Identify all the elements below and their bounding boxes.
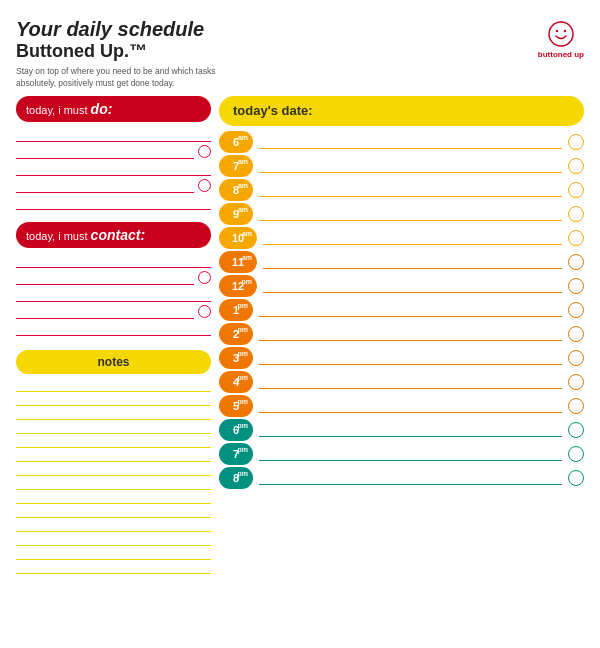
svg-point-0 xyxy=(549,22,573,46)
notes-button[interactable]: notes xyxy=(16,350,211,374)
time-bubble-4pm: 4pm xyxy=(219,371,253,393)
check-8pm[interactable] xyxy=(568,470,584,486)
line-1pm xyxy=(259,303,562,317)
check-10am[interactable] xyxy=(568,230,584,246)
time-row-7am: 7am xyxy=(219,155,584,177)
notes-line-3 xyxy=(16,406,211,420)
title-daily: daily schedule xyxy=(66,18,204,40)
notes-line-14 xyxy=(16,560,211,574)
check-5pm[interactable] xyxy=(568,398,584,414)
title-your: Your xyxy=(16,18,66,40)
time-bubble-2pm: 2pm xyxy=(219,323,253,345)
contact-lines xyxy=(16,254,211,336)
check-3pm[interactable] xyxy=(568,350,584,366)
line-3pm xyxy=(259,351,562,365)
header: Your daily schedule Buttoned Up.™ Stay o… xyxy=(16,18,584,90)
date-row: today's date: xyxy=(219,96,584,126)
time-row-7pm: 7pm xyxy=(219,443,584,465)
right-panel: today's date: 6am 7am 8am 9am xyxy=(219,96,584,574)
title-block: Your daily schedule Buttoned Up.™ Stay o… xyxy=(16,18,226,90)
notes-line-4 xyxy=(16,420,211,434)
time-bubble-5pm: 5pm xyxy=(219,395,253,417)
time-row-8am: 8am xyxy=(219,179,584,201)
notes-line-8 xyxy=(16,476,211,490)
notes-label: notes xyxy=(97,355,129,369)
time-row-6pm: 6pm xyxy=(219,419,584,441)
time-row-10am: 10am xyxy=(219,227,584,249)
time-row-11am: 11am xyxy=(219,251,584,273)
check-8am[interactable] xyxy=(568,182,584,198)
line-5pm xyxy=(259,399,562,413)
contact-line-3 xyxy=(16,288,211,302)
line-10am xyxy=(263,231,562,245)
logo-block: buttoned up xyxy=(538,20,584,59)
do-lines xyxy=(16,128,211,210)
time-row-3pm: 3pm xyxy=(219,347,584,369)
time-bubble-9am: 9am xyxy=(219,203,253,225)
contact-line-4 xyxy=(16,305,211,319)
contact-action: contact: xyxy=(91,227,145,243)
notes-lines xyxy=(16,378,211,574)
time-row-1pm: 1pm xyxy=(219,299,584,321)
line-9am xyxy=(259,207,562,221)
notes-line-2 xyxy=(16,392,211,406)
notes-line-6 xyxy=(16,448,211,462)
notes-line-7 xyxy=(16,462,211,476)
line-6pm xyxy=(259,423,562,437)
svg-point-2 xyxy=(564,30,566,32)
check-1pm[interactable] xyxy=(568,302,584,318)
time-row-4pm: 4pm xyxy=(219,371,584,393)
time-bubble-8am: 8am xyxy=(219,179,253,201)
check-2pm[interactable] xyxy=(568,326,584,342)
time-bubble-1pm: 1pm xyxy=(219,299,253,321)
main-layout: today, i must do: today, i must contact: xyxy=(16,96,584,574)
notes-line-12 xyxy=(16,532,211,546)
line-12pm xyxy=(263,279,562,293)
time-bubble-6pm: 6pm xyxy=(219,419,253,441)
contact-line-2 xyxy=(16,271,211,285)
line-11am xyxy=(263,255,562,269)
do-button[interactable]: today, i must do: xyxy=(16,96,211,122)
contact-line-1 xyxy=(16,254,211,268)
time-bubble-3pm: 3pm xyxy=(219,347,253,369)
check-11am[interactable] xyxy=(568,254,584,270)
time-row-5pm: 5pm xyxy=(219,395,584,417)
check-6pm[interactable] xyxy=(568,422,584,438)
do-line-5 xyxy=(16,196,211,210)
time-row-8pm: 8pm xyxy=(219,467,584,489)
time-bubble-7am: 7am xyxy=(219,155,253,177)
line-2pm xyxy=(259,327,562,341)
do-line-2 xyxy=(16,145,211,159)
time-row-9am: 9am xyxy=(219,203,584,225)
line-6am xyxy=(259,135,562,149)
do-label: today, i must xyxy=(26,104,91,116)
time-bubble-10am: 10am xyxy=(219,227,257,249)
do-action: do: xyxy=(91,101,113,117)
do-line-1 xyxy=(16,128,211,142)
line-8pm xyxy=(259,471,562,485)
check-9am[interactable] xyxy=(568,206,584,222)
check-7am[interactable] xyxy=(568,158,584,174)
notes-line-5 xyxy=(16,434,211,448)
date-bar[interactable]: today's date: xyxy=(219,96,584,126)
time-bubble-11am: 11am xyxy=(219,251,257,273)
time-bubble-7pm: 7pm xyxy=(219,443,253,465)
notes-line-11 xyxy=(16,518,211,532)
check-12pm[interactable] xyxy=(568,278,584,294)
notes-line-1 xyxy=(16,378,211,392)
contact-label: today, i must xyxy=(26,230,91,242)
check-4pm[interactable] xyxy=(568,374,584,390)
subtitle: Stay on top of where you need to be and … xyxy=(16,66,226,90)
do-line-4 xyxy=(16,179,211,193)
line-4pm xyxy=(259,375,562,389)
contact-button[interactable]: today, i must contact: xyxy=(16,222,211,248)
check-7pm[interactable] xyxy=(568,446,584,462)
left-panel: today, i must do: today, i must contact: xyxy=(16,96,211,574)
svg-point-1 xyxy=(556,30,558,32)
contact-line-5 xyxy=(16,322,211,336)
notes-section: notes xyxy=(16,350,211,574)
line-8am xyxy=(259,183,562,197)
time-row-2pm: 2pm xyxy=(219,323,584,345)
check-6am[interactable] xyxy=(568,134,584,150)
line-7pm xyxy=(259,447,562,461)
